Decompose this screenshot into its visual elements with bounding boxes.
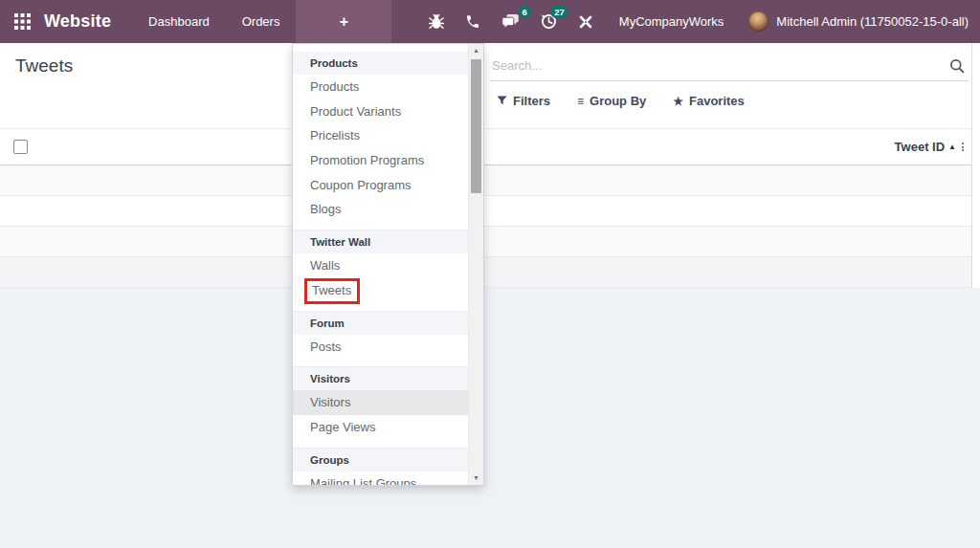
scroll-down-icon[interactable]: ▼ (469, 474, 483, 481)
search-bar[interactable]: Search... (490, 52, 969, 81)
scrollbar-thumb[interactable] (471, 59, 481, 193)
dropdown-item-page-views[interactable]: Page Views (293, 415, 469, 440)
phone-icon[interactable] (455, 0, 491, 43)
filters-label: Filters (513, 94, 550, 108)
messages-icon[interactable]: 6 (491, 0, 530, 43)
nav-menu-orders[interactable]: Orders (226, 0, 297, 43)
tools-icon[interactable] (568, 0, 604, 43)
app-name[interactable]: Website (44, 11, 111, 32)
search-icon[interactable] (949, 58, 965, 77)
favorites-button[interactable]: ★ Favorites (673, 94, 745, 108)
company-switcher[interactable]: MyCompanyWorks (604, 0, 740, 43)
filters-button[interactable]: Filters (497, 94, 550, 108)
filter-bar: Filters ≡ Group By ★ Favorites (497, 94, 745, 108)
dropdown-content: ProductsProductsProduct VariantsPricelis… (293, 44, 469, 485)
favorites-star-icon: ★ (673, 96, 683, 107)
highlight-red-box: Tweets (304, 278, 360, 304)
table-row[interactable] (0, 257, 971, 288)
dropdown-item-products[interactable]: Products (293, 75, 469, 99)
table-header-row: Tweet ID ▲ (0, 128, 971, 165)
column-header-tweet-id[interactable]: Tweet ID ▲ (895, 129, 964, 164)
sort-asc-icon: ▲ (948, 143, 956, 151)
table-body (0, 165, 971, 288)
dropdown-item-promotion-programs[interactable]: Promotion Programs (293, 148, 469, 173)
dropdown-item-product-variants[interactable]: Product Variants (293, 99, 469, 124)
plus-dropdown-menu: ProductsProductsProduct VariantsPricelis… (292, 43, 484, 486)
scroll-up-icon[interactable]: ▲ (469, 47, 483, 54)
dropdown-item-tweets[interactable]: Tweets (293, 278, 469, 303)
activities-badge: 27 (550, 6, 568, 18)
table-row[interactable] (0, 227, 971, 257)
select-all-checkbox[interactable] (13, 140, 28, 154)
page-title: Tweets (15, 55, 73, 77)
activities-icon[interactable]: 27 (530, 0, 568, 43)
filter-funnel-icon (497, 96, 507, 107)
dropdown-item-pricelists[interactable]: Pricelists (293, 123, 469, 148)
dropdown-item-mailing-list-groups[interactable]: Mailing List Groups (293, 471, 469, 485)
column-label: Tweet ID (895, 140, 946, 154)
navbar-left: Website Dashboard Orders + (0, 0, 391, 43)
dropdown-item-visitors[interactable]: Visitors (293, 390, 469, 415)
navbar-right: 6 27 MyCompanyWorks Mitchell Admin (1175… (418, 0, 980, 43)
list-view-panel: Tweets Search... Filters ≡ Group By ★ Fa… (0, 43, 972, 288)
nav-menu-plus[interactable]: + (296, 0, 391, 43)
dropdown-section-header-twitter-wall: Twitter Wall (293, 230, 469, 253)
favorites-label: Favorites (689, 94, 745, 108)
dropdown-item-walls[interactable]: Walls (293, 253, 469, 278)
dropdown-section-header-products: Products (293, 52, 469, 75)
user-avatar (748, 11, 768, 32)
user-menu[interactable]: Mitchell Admin (11750052-15-0-all) (739, 0, 980, 43)
group-by-button[interactable]: ≡ Group By (577, 94, 646, 108)
dropdown-section-header-groups: Groups (293, 448, 469, 471)
dropdown-section-header-forum: Forum (293, 311, 469, 335)
optional-columns-icon[interactable] (962, 142, 964, 151)
user-name: Mitchell Admin (11750052-15-0-all) (776, 14, 969, 29)
empty-content-background (0, 288, 980, 548)
nav-menu-dashboard[interactable]: Dashboard (132, 0, 226, 43)
top-navbar: Website Dashboard Orders + 6 (0, 0, 980, 43)
apps-grid-icon[interactable] (0, 0, 42, 43)
dropdown-item-coupon-programs[interactable]: Coupon Programs (293, 173, 469, 198)
group-by-icon: ≡ (577, 96, 584, 107)
dropdown-item-posts[interactable]: Posts (293, 335, 469, 360)
table-row[interactable] (0, 165, 971, 196)
messages-badge: 6 (519, 6, 531, 18)
table-row[interactable] (0, 196, 971, 227)
bug-icon[interactable] (418, 0, 455, 43)
dropdown-scrollbar[interactable]: ▲ ▼ (468, 44, 483, 485)
group-by-label: Group By (590, 94, 646, 108)
dropdown-item-blogs[interactable]: Blogs (293, 197, 469, 222)
search-input[interactable]: Search... (492, 52, 542, 80)
dropdown-section-header-visitors: Visitors (293, 366, 469, 390)
